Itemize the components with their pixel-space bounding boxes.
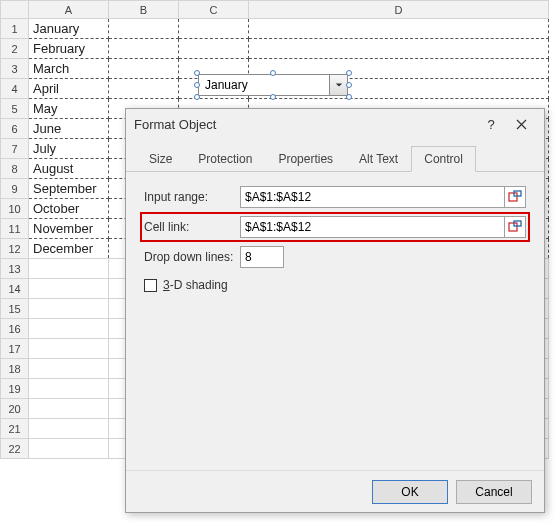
- cell[interactable]: April: [29, 79, 109, 99]
- row-header[interactable]: 5: [1, 99, 29, 119]
- tab-properties[interactable]: Properties: [265, 146, 346, 172]
- row-header[interactable]: 20: [1, 399, 29, 419]
- dropdown-value: January: [199, 78, 329, 92]
- range-picker-icon: [508, 190, 522, 204]
- tab-control[interactable]: Control: [411, 146, 476, 172]
- col-header-D[interactable]: D: [249, 1, 549, 19]
- shading-row: 3-D shading: [144, 278, 526, 292]
- resize-handle[interactable]: [270, 94, 276, 100]
- range-picker-icon: [508, 220, 522, 234]
- shading-checkbox[interactable]: [144, 279, 157, 292]
- row-header[interactable]: 9: [1, 179, 29, 199]
- row-header[interactable]: 2: [1, 39, 29, 59]
- dialog-title: Format Object: [134, 117, 476, 132]
- cancel-button[interactable]: Cancel: [456, 480, 532, 504]
- cell[interactable]: March: [29, 59, 109, 79]
- row-header[interactable]: 18: [1, 359, 29, 379]
- shading-label: 3-D shading: [163, 278, 228, 292]
- resize-handle[interactable]: [270, 70, 276, 76]
- cell[interactable]: [29, 419, 109, 439]
- cell[interactable]: [29, 259, 109, 279]
- cell[interactable]: January: [29, 19, 109, 39]
- cell[interactable]: [29, 399, 109, 419]
- row-header[interactable]: 14: [1, 279, 29, 299]
- dropdown-form-control[interactable]: January: [198, 74, 348, 96]
- cell[interactable]: [179, 19, 249, 39]
- cell-link-field[interactable]: [240, 216, 505, 238]
- cell[interactable]: October: [29, 199, 109, 219]
- resize-handle[interactable]: [346, 94, 352, 100]
- resize-handle[interactable]: [194, 70, 200, 76]
- cell[interactable]: [29, 359, 109, 379]
- row-header[interactable]: 19: [1, 379, 29, 399]
- row-header[interactable]: 21: [1, 419, 29, 439]
- close-button[interactable]: [506, 113, 536, 135]
- close-icon: [516, 119, 527, 130]
- dropdown-lines-row: Drop down lines:: [144, 246, 526, 268]
- help-button[interactable]: ?: [476, 113, 506, 135]
- cell[interactable]: [109, 39, 179, 59]
- row-header[interactable]: 17: [1, 339, 29, 359]
- cell-link-picker-button[interactable]: [504, 216, 526, 238]
- row-header[interactable]: 6: [1, 119, 29, 139]
- resize-handle[interactable]: [194, 94, 200, 100]
- cell[interactable]: May: [29, 99, 109, 119]
- cell[interactable]: February: [29, 39, 109, 59]
- row-header[interactable]: 16: [1, 319, 29, 339]
- cell[interactable]: [249, 39, 549, 59]
- cell[interactable]: [29, 379, 109, 399]
- row-header[interactable]: 11: [1, 219, 29, 239]
- chevron-down-icon: [335, 81, 343, 89]
- dialog-tabs: Size Protection Properties Alt Text Cont…: [126, 139, 544, 172]
- cell-link-label: Cell link:: [144, 220, 240, 234]
- input-range-field[interactable]: [240, 186, 505, 208]
- shading-label-text: -D shading: [170, 278, 228, 292]
- cell[interactable]: November: [29, 219, 109, 239]
- dropdown-arrow-button[interactable]: [329, 75, 347, 95]
- cell[interactable]: June: [29, 119, 109, 139]
- row-header[interactable]: 10: [1, 199, 29, 219]
- row-header[interactable]: 7: [1, 139, 29, 159]
- row-header[interactable]: 4: [1, 79, 29, 99]
- tab-alttext[interactable]: Alt Text: [346, 146, 411, 172]
- cell[interactable]: [29, 339, 109, 359]
- cell[interactable]: July: [29, 139, 109, 159]
- cell[interactable]: [109, 59, 179, 79]
- input-range-picker-button[interactable]: [504, 186, 526, 208]
- row-header[interactable]: 12: [1, 239, 29, 259]
- ok-button[interactable]: OK: [372, 480, 448, 504]
- col-header-C[interactable]: C: [179, 1, 249, 19]
- cell[interactable]: [109, 79, 179, 99]
- cell[interactable]: [29, 299, 109, 319]
- col-header-A[interactable]: A: [29, 1, 109, 19]
- tab-protection[interactable]: Protection: [185, 146, 265, 172]
- cell[interactable]: [249, 19, 549, 39]
- col-header-B[interactable]: B: [109, 1, 179, 19]
- cell[interactable]: August: [29, 159, 109, 179]
- dropdown-lines-field[interactable]: [240, 246, 284, 268]
- row-header[interactable]: 13: [1, 259, 29, 279]
- row-header[interactable]: 15: [1, 299, 29, 319]
- dropdown-lines-label: Drop down lines:: [144, 250, 240, 264]
- row-header[interactable]: 8: [1, 159, 29, 179]
- cell[interactable]: December: [29, 239, 109, 259]
- row-header[interactable]: 22: [1, 439, 29, 459]
- resize-handle[interactable]: [346, 82, 352, 88]
- format-object-dialog: Format Object ? Size Protection Properti…: [125, 108, 545, 513]
- dialog-titlebar[interactable]: Format Object ?: [126, 109, 544, 139]
- tab-size[interactable]: Size: [136, 146, 185, 172]
- resize-handle[interactable]: [194, 82, 200, 88]
- cell[interactable]: [29, 319, 109, 339]
- cell-link-highlight: Cell link:: [140, 212, 530, 242]
- cell[interactable]: [29, 439, 109, 459]
- select-all-corner[interactable]: [1, 1, 29, 19]
- resize-handle[interactable]: [346, 70, 352, 76]
- cell[interactable]: [29, 279, 109, 299]
- row-header[interactable]: 3: [1, 59, 29, 79]
- cell[interactable]: September: [29, 179, 109, 199]
- svg-rect-0: [509, 193, 517, 201]
- cell[interactable]: [179, 39, 249, 59]
- cell[interactable]: [109, 19, 179, 39]
- cell-link-row: Cell link:: [144, 216, 526, 238]
- row-header[interactable]: 1: [1, 19, 29, 39]
